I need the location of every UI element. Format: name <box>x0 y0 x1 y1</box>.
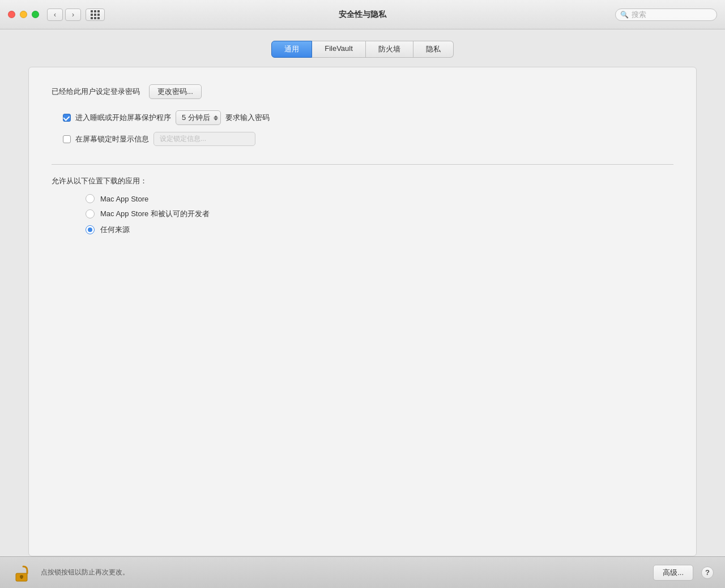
download-options: Mac App Store Mac App Store 和被认可的开发者 任何来… <box>86 194 673 235</box>
lock-icon <box>11 562 33 583</box>
fullscreen-button[interactable] <box>32 11 39 18</box>
sleep-label-before: 进入睡眠或开始屏幕保护程序 <box>75 113 171 123</box>
radio-row-developers: Mac App Store 和被认可的开发者 <box>86 209 673 219</box>
settings-panel: 已经给此用户设定登录密码 更改密码... 进入睡眠或开始屏幕保护程序 5 分钟后… <box>28 67 697 556</box>
radio-developers[interactable] <box>86 209 95 218</box>
radio-row-anywhere: 任何来源 <box>86 225 673 235</box>
stepper-down-icon <box>214 118 218 121</box>
lock-message-label: 在屏幕锁定时显示信息 <box>75 134 149 144</box>
lock-message-placeholder: 设定锁定信息... <box>160 135 206 143</box>
change-password-button[interactable]: 更改密码... <box>149 84 202 99</box>
help-button[interactable]: ? <box>701 566 714 579</box>
delay-value: 5 分钟后 <box>182 113 210 123</box>
bottom-bar: 点按锁按钮以防止再次更改。 高级... ? <box>0 556 725 588</box>
password-row: 已经给此用户设定登录密码 更改密码... <box>52 84 673 99</box>
stepper-arrows <box>214 112 218 123</box>
radio-label-developers: Mac App Store 和被认可的开发者 <box>100 209 210 219</box>
svg-rect-2 <box>21 577 23 579</box>
grid-icon <box>91 10 100 19</box>
search-icon: 🔍 <box>620 11 629 19</box>
sleep-label-after: 要求输入密码 <box>225 113 270 123</box>
forward-button[interactable]: › <box>65 8 81 21</box>
advanced-button[interactable]: 高级... <box>653 565 693 581</box>
password-label: 已经给此用户设定登录密码 <box>52 87 140 97</box>
lock-message-row: 在屏幕锁定时显示信息 设定锁定信息... <box>63 132 673 146</box>
titlebar: ‹ › 安全性与隐私 🔍 搜索 <box>0 0 725 29</box>
grid-button[interactable] <box>86 8 105 21</box>
radio-anywhere[interactable] <box>86 225 95 234</box>
nav-buttons: ‹ › <box>47 8 81 21</box>
lock-message-checkbox[interactable] <box>63 135 71 143</box>
section-divider <box>52 164 673 165</box>
radio-mac-app-store[interactable] <box>86 194 95 203</box>
sleep-checkbox[interactable] <box>63 114 71 122</box>
window-title: 安全性与隐私 <box>339 10 386 20</box>
main-content: 通用 FileVault 防火墙 隐私 已经给此用户设定登录密码 更改密码...… <box>0 29 725 556</box>
search-placeholder: 搜索 <box>632 10 646 20</box>
lock-status-text: 点按锁按钮以防止再次更改。 <box>41 568 645 577</box>
sleep-checkbox-row: 进入睡眠或开始屏幕保护程序 5 分钟后 要求输入密码 <box>63 110 673 125</box>
tab-firewall[interactable]: 防火墙 <box>366 41 413 58</box>
radio-label-anywhere: 任何来源 <box>100 225 130 235</box>
delay-stepper[interactable]: 5 分钟后 <box>176 110 221 125</box>
traffic-lights <box>8 11 39 18</box>
minimize-button[interactable] <box>20 11 27 18</box>
search-box[interactable]: 🔍 搜索 <box>615 8 717 21</box>
radio-label-mac-app-store: Mac App Store <box>100 195 148 203</box>
tab-filevault[interactable]: FileVault <box>312 41 366 58</box>
close-button[interactable] <box>8 11 15 18</box>
lock-message-input[interactable]: 设定锁定信息... <box>153 132 255 146</box>
tab-bar: 通用 FileVault 防火墙 隐私 <box>271 41 454 58</box>
download-section-label: 允许从以下位置下载的应用： <box>52 176 673 186</box>
tab-general[interactable]: 通用 <box>271 41 312 58</box>
tab-privacy[interactable]: 隐私 <box>413 41 454 58</box>
back-button[interactable]: ‹ <box>47 8 63 21</box>
stepper-up-icon <box>214 115 218 118</box>
radio-row-mac-app-store: Mac App Store <box>86 194 673 203</box>
